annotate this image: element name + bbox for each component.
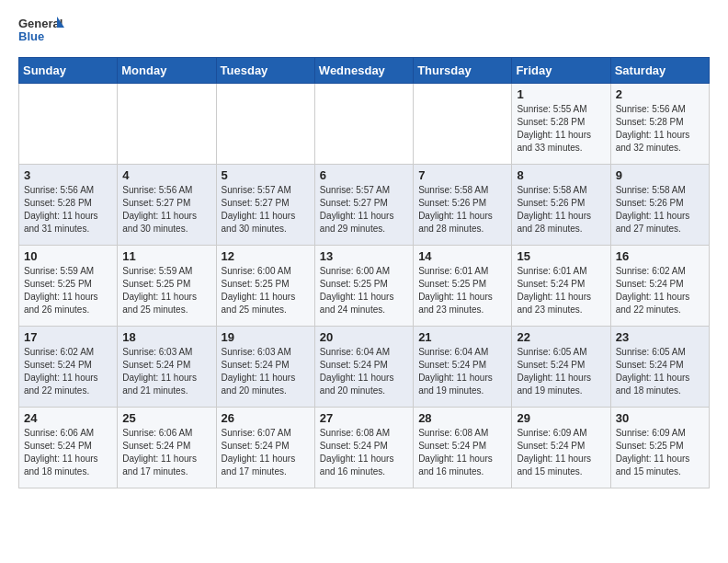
day-info: Sunrise: 6:05 AM Sunset: 5:24 PM Dayligh… — [517, 346, 605, 397]
day-cell: 1Sunrise: 5:55 AM Sunset: 5:28 PM Daylig… — [512, 84, 610, 165]
day-info: Sunrise: 5:58 AM Sunset: 5:26 PM Dayligh… — [517, 184, 605, 236]
day-number: 5 — [222, 168, 310, 182]
day-number: 22 — [517, 330, 605, 344]
day-number: 30 — [616, 411, 704, 425]
weekday-header-saturday: Saturday — [610, 58, 709, 84]
day-number: 24 — [24, 411, 112, 425]
page-header: General Blue — [18, 15, 710, 48]
logo: General Blue — [18, 15, 64, 48]
day-number: 29 — [517, 411, 605, 425]
day-cell: 19Sunrise: 6:03 AM Sunset: 5:24 PM Dayli… — [216, 327, 314, 408]
day-number: 26 — [222, 411, 310, 425]
day-cell: 13Sunrise: 6:00 AM Sunset: 5:25 PM Dayli… — [314, 246, 413, 327]
svg-text:General: General — [18, 17, 63, 30]
day-cell: 4Sunrise: 5:56 AM Sunset: 5:27 PM Daylig… — [118, 165, 216, 246]
svg-text:Blue: Blue — [18, 29, 44, 43]
weekday-header-thursday: Thursday — [414, 58, 512, 84]
day-cell: 14Sunrise: 6:01 AM Sunset: 5:25 PM Dayli… — [414, 246, 512, 327]
day-cell: 18Sunrise: 6:03 AM Sunset: 5:24 PM Dayli… — [118, 327, 216, 408]
day-number: 2 — [616, 87, 704, 101]
day-info: Sunrise: 5:57 AM Sunset: 5:27 PM Dayligh… — [320, 184, 408, 236]
day-info: Sunrise: 5:56 AM Sunset: 5:28 PM Dayligh… — [24, 184, 112, 236]
day-number: 19 — [222, 330, 310, 344]
day-cell — [314, 84, 413, 165]
day-number: 12 — [222, 249, 310, 263]
day-info: Sunrise: 6:07 AM Sunset: 5:24 PM Dayligh… — [222, 427, 310, 478]
day-cell: 15Sunrise: 6:01 AM Sunset: 5:24 PM Dayli… — [512, 246, 610, 327]
day-number: 10 — [24, 249, 112, 263]
logo-svg: General Blue — [18, 15, 64, 48]
day-number: 4 — [122, 168, 210, 182]
day-cell: 12Sunrise: 6:00 AM Sunset: 5:25 PM Dayli… — [216, 246, 314, 327]
day-cell: 23Sunrise: 6:05 AM Sunset: 5:24 PM Dayli… — [610, 327, 709, 408]
day-info: Sunrise: 6:02 AM Sunset: 5:24 PM Dayligh… — [24, 346, 112, 397]
day-info: Sunrise: 5:56 AM Sunset: 5:28 PM Dayligh… — [616, 103, 704, 155]
weekday-header-sunday: Sunday — [19, 58, 118, 84]
day-cell — [118, 84, 216, 165]
day-cell: 30Sunrise: 6:09 AM Sunset: 5:25 PM Dayli… — [610, 408, 709, 488]
day-number: 7 — [418, 168, 506, 182]
day-cell: 22Sunrise: 6:05 AM Sunset: 5:24 PM Dayli… — [512, 327, 610, 408]
day-info: Sunrise: 6:02 AM Sunset: 5:24 PM Dayligh… — [616, 265, 704, 316]
day-number: 27 — [320, 411, 408, 425]
day-info: Sunrise: 6:06 AM Sunset: 5:24 PM Dayligh… — [122, 427, 210, 478]
day-cell: 26Sunrise: 6:07 AM Sunset: 5:24 PM Dayli… — [216, 408, 314, 488]
day-number: 20 — [320, 330, 408, 344]
week-row-5: 24Sunrise: 6:06 AM Sunset: 5:24 PM Dayli… — [19, 408, 710, 488]
week-row-2: 3Sunrise: 5:56 AM Sunset: 5:28 PM Daylig… — [19, 165, 710, 246]
day-number: 13 — [320, 249, 408, 263]
day-info: Sunrise: 6:03 AM Sunset: 5:24 PM Dayligh… — [222, 346, 310, 397]
day-info: Sunrise: 5:58 AM Sunset: 5:26 PM Dayligh… — [616, 184, 704, 236]
day-cell: 16Sunrise: 6:02 AM Sunset: 5:24 PM Dayli… — [610, 246, 709, 327]
day-number: 17 — [24, 330, 112, 344]
day-cell: 5Sunrise: 5:57 AM Sunset: 5:27 PM Daylig… — [216, 165, 314, 246]
day-cell: 29Sunrise: 6:09 AM Sunset: 5:24 PM Dayli… — [512, 408, 610, 488]
day-info: Sunrise: 6:03 AM Sunset: 5:24 PM Dayligh… — [122, 346, 210, 397]
day-cell: 20Sunrise: 6:04 AM Sunset: 5:24 PM Dayli… — [314, 327, 413, 408]
day-cell — [414, 84, 512, 165]
week-row-3: 10Sunrise: 5:59 AM Sunset: 5:25 PM Dayli… — [19, 246, 710, 327]
day-cell: 3Sunrise: 5:56 AM Sunset: 5:28 PM Daylig… — [19, 165, 118, 246]
weekday-header-monday: Monday — [118, 58, 216, 84]
day-cell: 9Sunrise: 5:58 AM Sunset: 5:26 PM Daylig… — [610, 165, 709, 246]
day-cell: 24Sunrise: 6:06 AM Sunset: 5:24 PM Dayli… — [19, 408, 118, 488]
day-cell — [216, 84, 314, 165]
day-info: Sunrise: 6:04 AM Sunset: 5:24 PM Dayligh… — [320, 346, 408, 397]
day-cell: 28Sunrise: 6:08 AM Sunset: 5:24 PM Dayli… — [414, 408, 512, 488]
day-info: Sunrise: 5:57 AM Sunset: 5:27 PM Dayligh… — [222, 184, 310, 236]
day-info: Sunrise: 5:55 AM Sunset: 5:28 PM Dayligh… — [517, 103, 605, 155]
day-info: Sunrise: 6:09 AM Sunset: 5:24 PM Dayligh… — [517, 427, 605, 478]
calendar-table: SundayMondayTuesdayWednesdayThursdayFrid… — [18, 57, 710, 488]
day-info: Sunrise: 6:00 AM Sunset: 5:25 PM Dayligh… — [222, 265, 310, 316]
week-row-1: 1Sunrise: 5:55 AM Sunset: 5:28 PM Daylig… — [19, 84, 710, 165]
weekday-header-tuesday: Tuesday — [216, 58, 314, 84]
day-info: Sunrise: 6:01 AM Sunset: 5:25 PM Dayligh… — [418, 265, 506, 316]
day-number: 28 — [418, 411, 506, 425]
day-info: Sunrise: 6:06 AM Sunset: 5:24 PM Dayligh… — [24, 427, 112, 478]
day-cell: 25Sunrise: 6:06 AM Sunset: 5:24 PM Dayli… — [118, 408, 216, 488]
day-number: 1 — [517, 87, 605, 101]
day-number: 21 — [418, 330, 506, 344]
day-number: 18 — [122, 330, 210, 344]
day-number: 9 — [616, 168, 704, 182]
day-cell — [19, 84, 118, 165]
day-cell: 27Sunrise: 6:08 AM Sunset: 5:24 PM Dayli… — [314, 408, 413, 488]
day-cell: 10Sunrise: 5:59 AM Sunset: 5:25 PM Dayli… — [19, 246, 118, 327]
day-cell: 17Sunrise: 6:02 AM Sunset: 5:24 PM Dayli… — [19, 327, 118, 408]
day-info: Sunrise: 6:08 AM Sunset: 5:24 PM Dayligh… — [320, 427, 408, 478]
day-cell: 6Sunrise: 5:57 AM Sunset: 5:27 PM Daylig… — [314, 165, 413, 246]
day-info: Sunrise: 5:58 AM Sunset: 5:26 PM Dayligh… — [418, 184, 506, 236]
day-info: Sunrise: 5:59 AM Sunset: 5:25 PM Dayligh… — [24, 265, 112, 316]
day-info: Sunrise: 5:56 AM Sunset: 5:27 PM Dayligh… — [122, 184, 210, 236]
day-cell: 7Sunrise: 5:58 AM Sunset: 5:26 PM Daylig… — [414, 165, 512, 246]
day-info: Sunrise: 6:09 AM Sunset: 5:25 PM Dayligh… — [616, 427, 704, 478]
weekday-header-wednesday: Wednesday — [314, 58, 413, 84]
day-info: Sunrise: 6:00 AM Sunset: 5:25 PM Dayligh… — [320, 265, 408, 316]
weekday-header-friday: Friday — [512, 58, 610, 84]
day-number: 16 — [616, 249, 704, 263]
day-cell: 2Sunrise: 5:56 AM Sunset: 5:28 PM Daylig… — [610, 84, 709, 165]
day-number: 8 — [517, 168, 605, 182]
day-cell: 11Sunrise: 5:59 AM Sunset: 5:25 PM Dayli… — [118, 246, 216, 327]
day-cell: 8Sunrise: 5:58 AM Sunset: 5:26 PM Daylig… — [512, 165, 610, 246]
day-info: Sunrise: 6:04 AM Sunset: 5:24 PM Dayligh… — [418, 346, 506, 397]
